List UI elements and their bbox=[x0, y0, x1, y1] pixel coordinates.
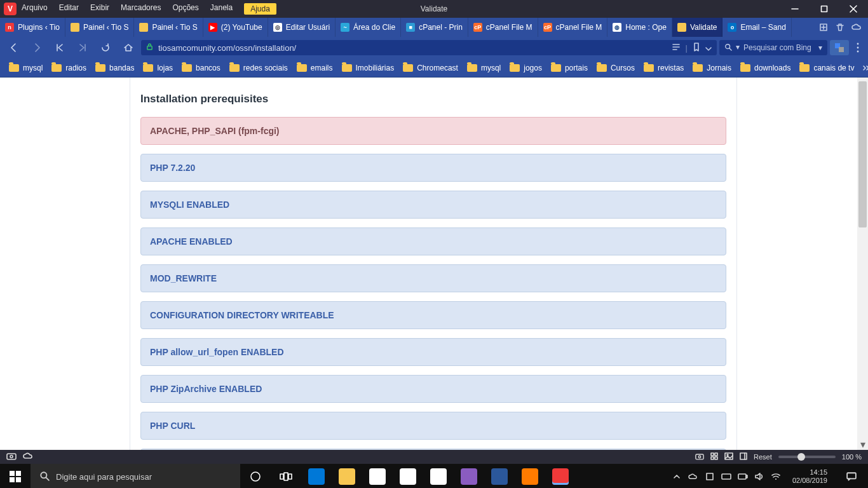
menu-janela[interactable]: Janela bbox=[210, 3, 233, 15]
menu-exibir[interactable]: Exibir bbox=[90, 3, 109, 15]
trash-icon[interactable] bbox=[835, 22, 845, 32]
zoom-reset[interactable]: Reset bbox=[754, 453, 772, 461]
browser-tab[interactable]: cPcPanel File M bbox=[538, 18, 608, 37]
bookmark-item[interactable]: downloads bbox=[740, 64, 790, 72]
bookmark-label: Imobiliárias bbox=[356, 64, 395, 72]
menu-opcoes[interactable]: Opções bbox=[172, 3, 198, 15]
rewind-button[interactable] bbox=[50, 39, 70, 57]
taskbar-app-cortana[interactable] bbox=[240, 464, 271, 488]
browser-tab[interactable]: Painel ‹ Tio S bbox=[65, 18, 134, 37]
taskbar-app-taskview[interactable] bbox=[271, 464, 301, 488]
minimize-button[interactable] bbox=[780, 0, 810, 18]
close-button[interactable] bbox=[839, 0, 868, 18]
status-tile-icon[interactable] bbox=[710, 452, 718, 461]
bookmark-item[interactable]: mysql bbox=[467, 64, 501, 72]
screenshot-icon[interactable] bbox=[6, 452, 17, 461]
menu-kebab-icon[interactable] bbox=[851, 43, 864, 53]
zoom-slider[interactable] bbox=[778, 456, 836, 458]
tray-keyboard-icon[interactable] bbox=[721, 471, 731, 482]
bookmark-item[interactable]: Jornais bbox=[693, 64, 731, 72]
taskbar-app-vivaldi[interactable] bbox=[545, 464, 576, 488]
bookmark-item[interactable]: lojas bbox=[143, 64, 173, 72]
taskbar-search[interactable]: Digite aqui para pesquisar bbox=[31, 464, 240, 488]
scroll-down-icon[interactable]: ▾ bbox=[857, 439, 868, 450]
new-tab-button[interactable] bbox=[818, 22, 829, 32]
bookmark-item[interactable]: Chromecast bbox=[403, 64, 458, 72]
taskbar-app-files[interactable] bbox=[454, 464, 484, 488]
menu-marcadores[interactable]: Marcadores bbox=[121, 3, 161, 15]
browser-tab[interactable]: ■cPanel - Prin bbox=[401, 18, 468, 37]
status-camera-icon[interactable] bbox=[695, 453, 704, 461]
back-button[interactable] bbox=[4, 39, 24, 57]
bookmark-item[interactable]: canais de tv bbox=[799, 64, 854, 72]
browser-tab[interactable]: ◎Editar Usuári bbox=[268, 18, 336, 37]
maximize-button[interactable] bbox=[810, 0, 839, 18]
bookmark-item[interactable]: redes sociais bbox=[229, 64, 288, 72]
tray-volume-icon[interactable] bbox=[754, 471, 764, 482]
window-title: Validate bbox=[421, 4, 447, 13]
status-panel-icon[interactable] bbox=[740, 452, 747, 461]
bookmark-item[interactable]: Imobiliárias bbox=[342, 64, 395, 72]
browser-tab[interactable]: cPcPanel File M bbox=[468, 18, 538, 37]
taskbar-clock[interactable]: 14:15 02/08/2019 bbox=[787, 468, 832, 484]
browser-tab[interactable]: ▶(2) YouTube bbox=[203, 18, 268, 37]
tray-wifi-icon[interactable] bbox=[771, 471, 781, 482]
bookmark-item[interactable]: radios bbox=[51, 64, 86, 72]
bookmark-item[interactable]: bancos bbox=[182, 64, 220, 72]
address-bar[interactable]: tiosamcomunity.com/ossn/installation/ | bbox=[141, 40, 717, 55]
menu-arquivo[interactable]: Arquivo bbox=[22, 3, 48, 15]
tray-app-icon[interactable] bbox=[705, 471, 715, 482]
bookmark-item[interactable]: bandas bbox=[95, 64, 134, 72]
fastforward-button[interactable] bbox=[72, 39, 93, 57]
taskbar-app-chrome[interactable] bbox=[423, 464, 454, 488]
menu-ajuda[interactable]: Ajuda bbox=[244, 3, 276, 15]
start-button[interactable] bbox=[0, 464, 31, 488]
reader-icon[interactable] bbox=[672, 43, 681, 53]
home-button[interactable] bbox=[118, 39, 139, 57]
scroll-thumb[interactable] bbox=[858, 81, 867, 227]
search-dropdown-icon[interactable]: ▾ bbox=[818, 43, 822, 52]
browser-tab[interactable]: ~Área do Clie bbox=[336, 18, 401, 37]
taskbar-app-store[interactable] bbox=[393, 464, 423, 488]
status-image-icon[interactable] bbox=[724, 452, 733, 461]
tab-label: Validate bbox=[690, 23, 717, 32]
browser-tab[interactable]: Validate bbox=[672, 18, 722, 37]
svg-rect-16 bbox=[839, 47, 844, 52]
bookmark-item[interactable]: emails bbox=[297, 64, 333, 72]
sync-icon[interactable] bbox=[23, 452, 33, 461]
tray-onedrive-icon[interactable] bbox=[688, 471, 698, 482]
browser-tab[interactable]: Painel ‹ Tio S bbox=[134, 18, 203, 37]
taskbar-app-avast[interactable] bbox=[515, 464, 545, 488]
browser-tab[interactable]: ◍Home : Ope bbox=[607, 18, 672, 37]
taskbar-app-edge[interactable] bbox=[301, 464, 332, 488]
chevron-down-icon[interactable] bbox=[705, 43, 712, 53]
menu-editar[interactable]: Editar bbox=[59, 3, 79, 15]
bookmark-icon[interactable] bbox=[693, 43, 700, 53]
forward-button[interactable] bbox=[27, 39, 47, 57]
search-box[interactable]: ▾ Pesquisar com Bing ▾ bbox=[719, 40, 827, 55]
folder-icon bbox=[51, 64, 62, 72]
translate-button[interactable] bbox=[830, 40, 849, 55]
sync-cloud-icon[interactable] bbox=[851, 22, 862, 32]
tray-battery-icon[interactable] bbox=[738, 471, 748, 482]
taskbar-app-mail[interactable] bbox=[362, 464, 393, 488]
reload-button[interactable] bbox=[95, 39, 116, 57]
folder-icon bbox=[229, 64, 240, 72]
tray-overflow-icon[interactable] bbox=[672, 471, 682, 482]
vertical-scrollbar[interactable]: ▴ ▾ bbox=[857, 78, 868, 450]
bookmark-item[interactable]: portais bbox=[551, 64, 588, 72]
browser-tab[interactable]: oEmail – Sand bbox=[722, 18, 791, 37]
bookmark-item[interactable]: revistas bbox=[644, 64, 684, 72]
zoom-slider-thumb[interactable] bbox=[797, 453, 805, 461]
taskbar-app-explorer[interactable] bbox=[332, 464, 362, 488]
bookmarks-overflow-icon[interactable] bbox=[863, 64, 868, 72]
clock-time: 14:15 bbox=[792, 468, 827, 477]
bookmark-item[interactable]: jogos bbox=[510, 64, 542, 72]
bookmark-item[interactable]: mysql bbox=[9, 64, 43, 72]
tab-favicon-icon: ◍ bbox=[613, 23, 621, 32]
taskbar-app-word[interactable] bbox=[484, 464, 515, 488]
browser-tab[interactable]: nPlugins ‹ Tio bbox=[0, 18, 65, 37]
notifications-button[interactable] bbox=[839, 464, 864, 488]
tab-strip-end bbox=[812, 18, 868, 37]
bookmark-item[interactable]: Cursos bbox=[597, 64, 635, 72]
